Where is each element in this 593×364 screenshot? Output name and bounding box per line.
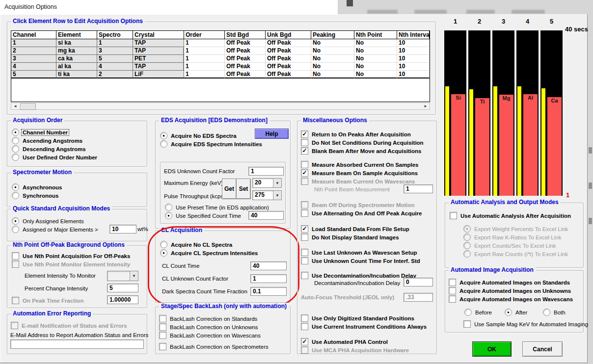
- cell[interactable]: TAP: [133, 39, 184, 47]
- cell[interactable]: 1: [11, 39, 56, 47]
- checkbox-icon[interactable]: [159, 315, 166, 322]
- radio-descending-angstroms[interactable]: Descending Angstroms: [12, 145, 86, 153]
- checkbox-icon[interactable]: [301, 139, 308, 146]
- checkbox-measure-absorbed[interactable]: Measure Absorbed Current On Samples: [301, 161, 419, 168]
- radio-icon[interactable]: [12, 145, 19, 153]
- checkbox-icon[interactable]: [463, 320, 471, 328]
- cell[interactable]: Off Peak: [225, 55, 266, 63]
- cancel-button[interactable]: Cancel: [522, 341, 563, 357]
- cell[interactable]: No: [311, 47, 354, 55]
- cell[interactable]: 10: [397, 47, 430, 55]
- cl-count-factor-field[interactable]: 1: [250, 274, 287, 283]
- cell[interactable]: 10: [397, 39, 430, 47]
- checkbox-icon[interactable]: ✓: [301, 338, 308, 345]
- percent-change-field[interactable]: 5: [107, 284, 138, 292]
- checkbox-icon[interactable]: ✓: [301, 225, 308, 233]
- cell[interactable]: Off Peak: [225, 63, 266, 71]
- pulse-throughput-combo[interactable]: 275 ▼: [252, 190, 282, 200]
- radio-specified-count-time[interactable]: ● Use Specified Count Time: [165, 212, 241, 219]
- wt-percent-field[interactable]: 10: [109, 225, 136, 234]
- checkbox-images-unknowns[interactable]: Acquire Automated Images on Unknowns: [449, 287, 571, 294]
- cell[interactable]: Off Peak: [266, 63, 311, 71]
- checkbox-auto-analysis[interactable]: Use Automatic Analysis After Acquisition: [450, 212, 571, 219]
- radio-icon[interactable]: ●: [505, 309, 512, 316]
- table-row[interactable]: 2mg ka3TAP 1Off PeakOff PeakNoNo10: [11, 47, 430, 55]
- onpeak-fraction-field[interactable]: 1.00000: [107, 295, 138, 304]
- checkbox-backlash-spectrometers[interactable]: BackLash Correction on Spectrometers: [159, 343, 269, 350]
- radio-eds-intensities[interactable]: Acquire EDS Spectrum Intensities: [160, 140, 262, 148]
- cell[interactable]: No: [311, 55, 354, 63]
- autofocus-threshold-field[interactable]: .33: [404, 293, 433, 302]
- radio-icon[interactable]: [464, 309, 472, 316]
- dark-spectra-field[interactable]: 0.1: [250, 287, 287, 296]
- checkbox-icon[interactable]: [301, 323, 308, 330]
- cell[interactable]: si ka: [56, 39, 97, 47]
- table-row[interactable]: 4al ka4TAP 1Off PeakOff PeakNoNo10: [11, 63, 430, 71]
- checkbox-sample-mag-kev[interactable]: Use Sample Mag KeV for Automated Imaging: [463, 320, 588, 328]
- checkbox-load-standard-data[interactable]: ✓ Load Standard Data From File Setup: [301, 225, 409, 233]
- max-energy-combo[interactable]: 20 ▼: [252, 178, 282, 188]
- radio-synchronous[interactable]: Synchronous: [12, 192, 58, 199]
- checkbox-icon[interactable]: [301, 272, 308, 279]
- radio-cl-intensities[interactable]: ● Acquire CL Spectrum Intensities: [160, 249, 258, 257]
- email-address-field[interactable]: [10, 339, 144, 349]
- nth-beam-field[interactable]: 1: [404, 184, 433, 193]
- radio-icon[interactable]: ●: [12, 183, 19, 191]
- checkbox-beam-off-motion[interactable]: Beam Off During Spectrometer Motion: [301, 201, 415, 208]
- radio-icon[interactable]: [160, 241, 167, 248]
- cell[interactable]: Off Peak: [266, 39, 311, 47]
- checkbox-use-nth-point[interactable]: Use Nth Point Acquisition For Off-Peaks: [12, 252, 130, 260]
- radio-icon[interactable]: [160, 140, 167, 148]
- radio-icon[interactable]: ●: [165, 212, 172, 219]
- checkbox-backlash-wavescans[interactable]: BackLash Correction on Wavescans: [159, 332, 261, 339]
- checkbox-automated-pha[interactable]: ✓ Use Automated PHA Control: [301, 338, 388, 345]
- radio-icon[interactable]: [12, 226, 19, 233]
- checkbox-icon[interactable]: [159, 332, 166, 339]
- cell[interactable]: PET: [133, 55, 184, 63]
- scrollbar-thumb[interactable]: [20, 104, 36, 110]
- cell[interactable]: No: [311, 71, 354, 78]
- chevron-down-icon[interactable]: ▼: [273, 191, 281, 200]
- radio-before[interactable]: Before: [464, 309, 492, 316]
- table-row[interactable]: 1si ka1TAP 1Off PeakOff PeakNoNo10: [11, 39, 430, 47]
- cell[interactable]: No: [311, 39, 354, 47]
- radio-assigned-or-major[interactable]: Assigned or Major Elements >: [12, 226, 98, 233]
- checkbox-icon[interactable]: ✓: [301, 130, 308, 138]
- cell[interactable]: mg ka: [56, 47, 97, 55]
- radio-icon[interactable]: ●: [12, 217, 19, 225]
- cell[interactable]: al ka: [56, 63, 97, 71]
- checkbox-icon[interactable]: [449, 295, 456, 303]
- cell[interactable]: ca ka: [56, 55, 97, 63]
- table-horizontal-scrollbar[interactable]: ◄ ►: [11, 103, 430, 110]
- radio-after[interactable]: ● After: [505, 309, 527, 316]
- eds-count-time-field[interactable]: 40: [248, 211, 284, 220]
- checkbox-icon[interactable]: [159, 343, 166, 350]
- checkbox-measure-beam-wavescans[interactable]: Measure Beam Current On Wavescans: [301, 178, 415, 185]
- radio-icon[interactable]: [12, 192, 19, 199]
- checkbox-decontamination-delay[interactable]: Use Decontamination/Incubation Delay: [301, 272, 416, 279]
- cell[interactable]: Off Peak: [266, 55, 311, 63]
- radio-icon[interactable]: ●: [160, 249, 167, 257]
- radio-icon[interactable]: [12, 137, 19, 144]
- cell[interactable]: No: [311, 63, 354, 71]
- set-button[interactable]: Set: [236, 179, 251, 199]
- radio-icon[interactable]: [543, 309, 550, 316]
- checkbox-icon[interactable]: [301, 161, 308, 168]
- cell[interactable]: No: [354, 39, 397, 47]
- radio-both[interactable]: Both: [543, 309, 566, 316]
- radio-icon[interactable]: [165, 204, 172, 211]
- cell[interactable]: 2: [97, 71, 133, 78]
- cl-count-time-field[interactable]: 40: [250, 261, 287, 270]
- checkbox-icon[interactable]: [301, 249, 308, 256]
- checkbox-icon[interactable]: ✓: [301, 169, 308, 177]
- cell[interactable]: 2: [11, 47, 56, 55]
- cell[interactable]: Off Peak: [266, 71, 311, 78]
- scroll-left-icon[interactable]: ◄: [12, 104, 19, 109]
- cell[interactable]: Off Peak: [225, 47, 266, 55]
- table-row[interactable]: 5ti ka2LiF 1Off PeakOff PeakNoNo10: [11, 71, 430, 78]
- cell[interactable]: 1: [184, 63, 225, 71]
- radio-icon[interactable]: [12, 154, 19, 161]
- radio-channel-number[interactable]: ● Channel Number: [12, 129, 68, 136]
- checkbox-images-standards[interactable]: Acquire Automated Images on Standards: [449, 279, 570, 286]
- checkbox-no-set-conditions[interactable]: Do Not Set Conditions During Acquisition: [301, 139, 424, 146]
